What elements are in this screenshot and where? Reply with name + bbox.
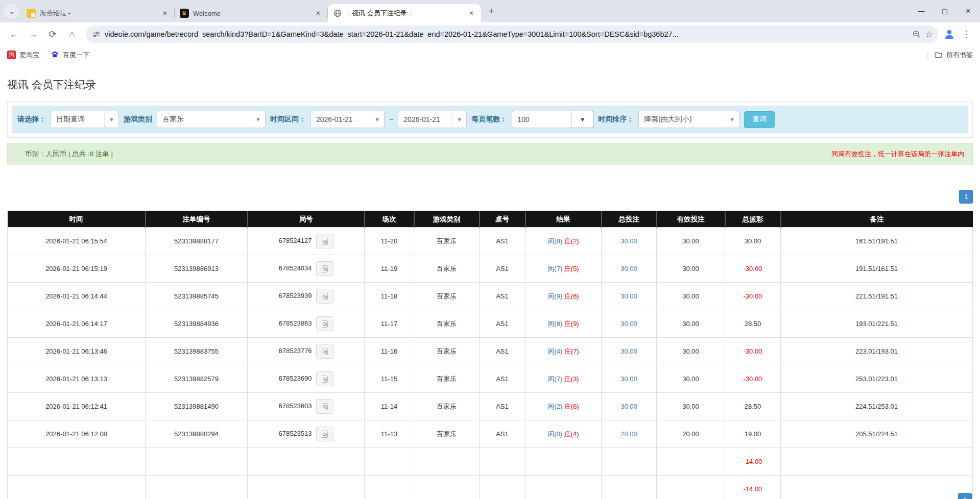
- video-replay-button[interactable]: [316, 261, 333, 276]
- video-replay-button[interactable]: [316, 399, 333, 414]
- new-tab-button[interactable]: +: [484, 4, 498, 18]
- browser-tab-1[interactable]: 海燕论坛 - ✕: [21, 4, 175, 22]
- search-button[interactable]: 查询: [744, 111, 775, 128]
- video-replay-button[interactable]: [316, 289, 333, 304]
- taobao-icon: 淘: [7, 51, 16, 59]
- total-bet-link[interactable]: 30.00: [620, 375, 637, 383]
- reload-icon[interactable]: ⟳: [44, 26, 61, 43]
- cell-total-bet: 30.00: [602, 365, 657, 393]
- per-page-dropdown-button[interactable]: ▼: [572, 111, 593, 128]
- tab-search-button[interactable]: ⌄: [4, 4, 19, 19]
- total-bet-link[interactable]: 30.00: [620, 292, 637, 300]
- sort-value: 降冪(由大到小): [639, 111, 725, 128]
- video-replay-button[interactable]: [316, 371, 333, 386]
- tab-title: 海燕论坛 -: [40, 9, 156, 18]
- date-start-select[interactable]: 2026-01-21 ▼: [310, 111, 385, 128]
- page-1-button[interactable]: 1: [959, 190, 973, 204]
- close-tab-icon[interactable]: ✕: [314, 9, 323, 18]
- url-text[interactable]: videoie.com/game/betrecord_search/kind3?…: [105, 30, 908, 38]
- all-bookmarks-button[interactable]: 所有书签: [934, 51, 973, 60]
- address-bar[interactable]: videoie.com/game/betrecord_search/kind3?…: [86, 26, 938, 43]
- maximize-button[interactable]: ▢: [933, 0, 957, 22]
- cell-result: 闲(2) 庄(6): [525, 393, 602, 420]
- tab-title: Welcome: [193, 10, 309, 17]
- total-bet-link[interactable]: 30.00: [620, 347, 637, 355]
- date-end-select[interactable]: 2026-01-21 ▼: [398, 111, 467, 128]
- cell-table-number: AS1: [480, 420, 525, 448]
- result-banker: 庄(4): [564, 430, 579, 438]
- site-settings-icon[interactable]: [92, 30, 101, 39]
- video-replay-button[interactable]: [316, 344, 333, 359]
- game-kind-label: 游戏类别: [124, 115, 152, 124]
- cell-time: 2026-01-21 06:14:17: [8, 310, 146, 338]
- pagination-top: 1: [7, 190, 973, 204]
- query-type-label: 请选择：: [17, 115, 46, 124]
- page-1-button-bottom[interactable]: 1: [958, 493, 972, 499]
- cell-table-number: AS1: [480, 393, 525, 420]
- game-kind-select[interactable]: 百家乐 ▼: [157, 111, 266, 128]
- query-type-select[interactable]: 日期查询 ▼: [51, 111, 119, 128]
- all-bookmarks-label: 所有书签: [946, 51, 973, 60]
- baidu-paw-icon: [51, 51, 59, 59]
- cell-note: 191.51/161.51: [781, 255, 973, 283]
- bookmark-taobao[interactable]: 淘 爱淘宝: [7, 51, 39, 60]
- result-banker: 庄(7): [564, 347, 579, 355]
- table-row: 2026-01-21 06:12:08523139880294678523513…: [8, 420, 973, 448]
- cell-valid-bet: 30.00: [657, 365, 725, 393]
- total-row: 总计8230.00230.00-14.00: [8, 476, 973, 499]
- total-bet-link[interactable]: 30.00: [620, 265, 637, 272]
- chevron-down-icon: ▼: [725, 111, 739, 128]
- cell-valid-bet: 30.00: [657, 393, 725, 420]
- browser-tab-active[interactable]: :::视讯 会员下注纪录::: ✕: [328, 4, 481, 22]
- total-row-game-kind: [414, 476, 480, 499]
- summary-notice: 同局有效投注，统一计算在该局第一张注单内: [831, 149, 964, 159]
- video-replay-button[interactable]: [316, 234, 333, 248]
- bookmark-star-icon[interactable]: ☆: [925, 30, 933, 39]
- result-player: 闲(7): [547, 375, 562, 383]
- sort-select[interactable]: 降冪(由大到小) ▼: [638, 111, 739, 128]
- bookmark-baidu[interactable]: 百度一下: [51, 51, 89, 60]
- cell-valid-bet: 30.00: [657, 255, 725, 283]
- video-replay-button[interactable]: [316, 316, 333, 331]
- bet-records-table: 时间注单编号局号场次游戏类别桌号结果总投注有效投注总派彩备注 2026-01-2…: [7, 211, 973, 499]
- chevron-down-icon: ▼: [580, 116, 585, 122]
- cell-payout: 19.00: [725, 420, 781, 448]
- profile-avatar[interactable]: [943, 28, 955, 40]
- video-replay-button[interactable]: [316, 427, 333, 441]
- per-page-input[interactable]: [512, 111, 572, 128]
- table-row: 2026-01-21 06:15:19523139886913678524034…: [8, 255, 973, 283]
- total-bet-link[interactable]: 30.00: [620, 403, 637, 410]
- column-header-1: 注单编号: [146, 211, 248, 228]
- globe-icon: [333, 9, 342, 18]
- cell-round: 678523690: [248, 365, 365, 393]
- column-header-5: 桌号: [480, 211, 525, 228]
- cell-round: 678523863: [248, 310, 365, 338]
- per-page-label: 每页笔数：: [471, 115, 507, 124]
- cell-note: 205.51/224.51: [781, 420, 973, 448]
- forward-icon[interactable]: →: [25, 26, 42, 43]
- minimize-button[interactable]: —: [910, 0, 933, 22]
- total-bet-link[interactable]: 20.00: [620, 430, 637, 438]
- cell-bet-id: 523139885745: [146, 283, 248, 310]
- tab1-favicon: [27, 9, 36, 18]
- total-bet-link[interactable]: 30.00: [620, 320, 637, 328]
- cell-game-kind: 百家乐: [414, 393, 480, 420]
- round-number: 678523863: [278, 319, 312, 327]
- total-bet-link[interactable]: 30.00: [620, 237, 637, 245]
- zoom-out-icon[interactable]: [912, 30, 921, 39]
- subtotal-row-round: [248, 448, 365, 476]
- back-icon[interactable]: ←: [5, 26, 22, 43]
- menu-icon[interactable]: ⋮: [958, 26, 975, 43]
- chevron-down-icon: ▼: [104, 111, 118, 128]
- browser-tab-2[interactable]: ♛ Welcome ✕: [175, 4, 328, 22]
- cell-session: 11-18: [365, 283, 414, 310]
- close-tab-icon[interactable]: ✕: [160, 9, 170, 18]
- cell-table-number: AS1: [480, 310, 525, 338]
- pagination-bottom: 1: [958, 493, 972, 499]
- close-tab-icon[interactable]: ✕: [467, 9, 476, 18]
- cell-valid-bet: 30.00: [657, 228, 725, 255]
- table-row: 2026-01-21 06:14:17523139884936678523863…: [8, 310, 973, 338]
- home-icon[interactable]: ⌂: [63, 26, 81, 43]
- close-window-button[interactable]: ✕: [957, 0, 980, 22]
- per-page-combo: ▼: [512, 111, 593, 128]
